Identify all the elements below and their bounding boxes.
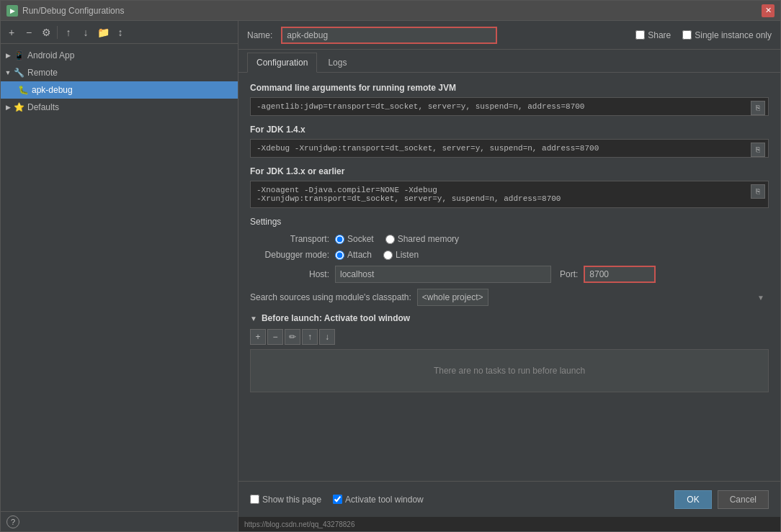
title-bar: ▶ Run/Debug Configurations ✕ xyxy=(1,1,780,21)
jvm-command-text: -agentlib:jdwp=transport=dt_socket, serv… xyxy=(256,102,584,111)
folder-button[interactable]: 📁 xyxy=(95,24,111,40)
debugger-mode-row: Debugger mode: Attach Listen xyxy=(250,250,769,260)
debugger-listen-option[interactable]: Listen xyxy=(383,250,419,260)
config-name-input[interactable] xyxy=(281,27,497,44)
jdk13-line1: -Xnoagent -Djava.compiler=NONE -Xdebug xyxy=(256,186,762,194)
close-button[interactable]: ✕ xyxy=(762,4,775,17)
share-checkbox[interactable] xyxy=(635,30,645,40)
transport-shared-memory-radio[interactable] xyxy=(385,235,395,244)
tab-logs[interactable]: Logs xyxy=(318,52,356,72)
move-down-button[interactable]: ↓ xyxy=(78,24,94,40)
jdk13-line2: -Xrunjdwp:transport=dt_socket, server=y,… xyxy=(256,194,762,203)
settings-button[interactable]: ⚙ xyxy=(38,24,54,40)
jdk13-copy-button[interactable]: ⎘ xyxy=(751,184,765,199)
url-bar: https://blog.csdn.net/qq_43278826 xyxy=(238,517,780,531)
bottom-bar: Show this page Activate tool window OK C… xyxy=(238,481,780,517)
debugger-listen-label: Listen xyxy=(396,250,419,260)
single-instance-group: Single instance only xyxy=(682,30,772,40)
activate-window-label[interactable]: Activate tool window xyxy=(345,495,424,505)
configurations-tree[interactable]: ▶ 📱 Android App ▼ 🔧 Remote 🐛 apk-debug xyxy=(1,44,238,511)
host-port-row: Host: Port: xyxy=(250,266,769,283)
tree-item-defaults[interactable]: ▶ ⭐ Defaults xyxy=(1,99,238,116)
remote-icon: 🔧 xyxy=(14,68,24,78)
transport-socket-option[interactable]: Socket xyxy=(335,234,374,244)
config-content: Command line arguments for running remot… xyxy=(238,73,780,481)
defaults-label: Defaults xyxy=(27,102,59,112)
tree-item-apk-debug[interactable]: 🐛 apk-debug xyxy=(1,81,238,99)
tree-toolbar: + − ⚙ ↑ ↓ 📁 ↕ xyxy=(1,21,238,44)
chevron-down-icon: ▼ xyxy=(757,294,764,302)
jdk13-section-title: For JDK 1.3.x or earlier xyxy=(250,166,769,176)
host-label: Host: xyxy=(250,269,329,279)
share-label[interactable]: Share xyxy=(648,30,671,40)
activate-window-group: Activate tool window xyxy=(333,495,424,505)
before-launch-edit-btn[interactable]: ✏ xyxy=(285,329,300,345)
jvm-command-box: -agentlib:jdwp=transport=dt_socket, serv… xyxy=(250,97,769,116)
tree-arrow-remote: ▼ xyxy=(4,68,12,77)
content-area: + − ⚙ ↑ ↓ 📁 ↕ ▶ 📱 Android App ▼ xyxy=(1,21,780,531)
transport-row: Transport: Socket Shared memory xyxy=(250,234,769,244)
android-icon: 📱 xyxy=(14,50,24,60)
name-field-label: Name: xyxy=(247,30,272,40)
debugger-attach-option[interactable]: Attach xyxy=(335,250,372,260)
bottom-checkboxes: Show this page Activate tool window xyxy=(250,495,674,505)
debugger-attach-label: Attach xyxy=(347,250,372,260)
cancel-button[interactable]: Cancel xyxy=(718,490,769,509)
url-text: https://blog.csdn.net/qq_43278826 xyxy=(244,520,354,528)
transport-shared-memory-label: Shared memory xyxy=(398,234,459,244)
remote-label: Remote xyxy=(27,68,58,78)
jdk13-command-box: -Xnoagent -Djava.compiler=NONE -Xdebug -… xyxy=(250,181,769,208)
debugger-listen-radio[interactable] xyxy=(383,251,393,260)
before-launch-collapse-btn[interactable]: ▼ xyxy=(250,315,257,323)
jdk14-command-box: -Xdebug -Xrunjdwp:transport=dt_socket, s… xyxy=(250,139,769,158)
settings-section-label: Settings xyxy=(250,217,769,227)
ok-button[interactable]: OK xyxy=(674,490,711,509)
jdk14-command-text: -Xdebug -Xrunjdwp:transport=dt_socket, s… xyxy=(256,144,599,153)
left-panel: + − ⚙ ↑ ↓ 📁 ↕ ▶ 📱 Android App ▼ xyxy=(1,21,238,531)
transport-socket-label: Socket xyxy=(347,234,374,244)
port-input[interactable] xyxy=(584,266,656,283)
window-title: Run/Debug Configurations xyxy=(22,6,762,16)
module-select-wrapper: <whole project> ▼ xyxy=(417,289,769,306)
show-page-label[interactable]: Show this page xyxy=(262,495,321,505)
transport-socket-radio[interactable] xyxy=(335,235,344,244)
right-panel: Name: Share Single instance only Confi xyxy=(238,21,780,531)
activate-window-checkbox[interactable] xyxy=(333,495,342,504)
add-button[interactable]: + xyxy=(4,24,19,40)
tab-configuration[interactable]: Configuration xyxy=(247,53,317,73)
single-instance-label[interactable]: Single instance only xyxy=(695,30,772,40)
sort-button[interactable]: ↕ xyxy=(112,24,128,40)
single-instance-checkbox[interactable] xyxy=(682,30,692,40)
jvm-section-title: Command line arguments for running remot… xyxy=(250,83,769,93)
module-classpath-select[interactable]: <whole project> xyxy=(417,289,488,306)
before-launch-add-btn[interactable]: + xyxy=(250,329,266,345)
no-tasks-label: There are no tasks to run before launch xyxy=(434,366,585,376)
before-launch-content: There are no tasks to run before launch xyxy=(250,349,769,392)
remove-button[interactable]: − xyxy=(21,24,37,40)
host-input[interactable] xyxy=(335,266,551,283)
transport-shared-memory-option[interactable]: Shared memory xyxy=(385,234,459,244)
before-launch-down-btn[interactable]: ↓ xyxy=(319,329,335,345)
share-area: Share Single instance only xyxy=(635,30,772,40)
tree-arrow-android: ▶ xyxy=(4,51,12,60)
show-page-group: Show this page xyxy=(250,495,321,505)
tree-item-android-app[interactable]: ▶ 📱 Android App xyxy=(1,47,238,64)
config-header: Name: Share Single instance only xyxy=(238,21,780,50)
before-launch-up-btn[interactable]: ↑ xyxy=(302,329,318,345)
jvm-copy-button[interactable]: ⎘ xyxy=(751,101,765,115)
before-launch-section: ▼ Before launch: Activate tool window + … xyxy=(250,313,769,392)
tree-arrow-defaults: ▶ xyxy=(4,103,12,112)
before-launch-remove-btn[interactable]: − xyxy=(267,329,283,345)
tree-item-remote[interactable]: ▼ 🔧 Remote xyxy=(1,64,238,81)
help-button[interactable]: ? xyxy=(6,515,19,528)
debugger-attach-radio[interactable] xyxy=(335,251,344,260)
move-up-button[interactable]: ↑ xyxy=(61,24,76,40)
before-launch-toolbar: + − ✏ ↑ ↓ xyxy=(250,329,769,345)
jdk14-section-title: For JDK 1.4.x xyxy=(250,125,769,135)
before-launch-label: Before launch: Activate tool window xyxy=(262,313,410,323)
show-page-checkbox[interactable] xyxy=(250,495,259,504)
jdk14-copy-button[interactable]: ⎘ xyxy=(751,143,765,157)
toolbar-separator-1 xyxy=(57,26,58,39)
main-window: ▶ Run/Debug Configurations ✕ + − ⚙ ↑ ↓ 📁… xyxy=(0,0,781,532)
tabs-bar: Configuration Logs xyxy=(238,50,780,73)
